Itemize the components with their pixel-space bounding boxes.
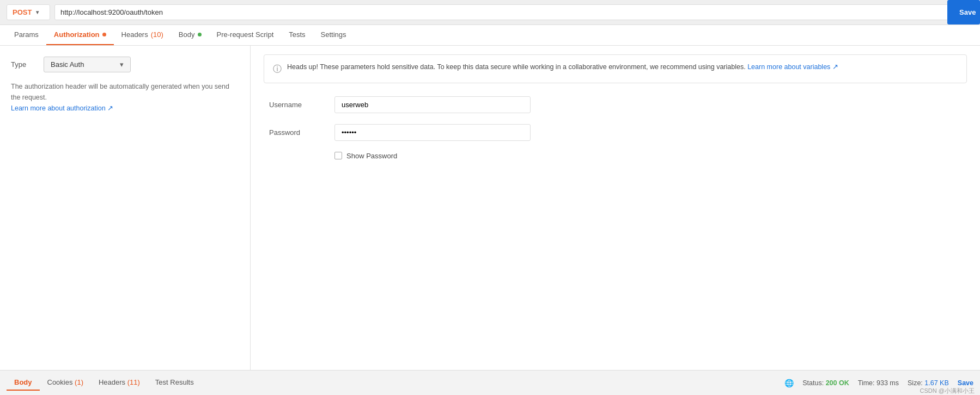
tab-settings[interactable]: Settings: [313, 25, 354, 45]
method-label: POST: [13, 8, 32, 16]
right-panel: ⓘ Heads up! These parameters hold sensit…: [251, 46, 980, 370]
info-banner-text: Heads up! These parameters hold sensitiv…: [287, 61, 838, 72]
password-label: Password: [269, 128, 324, 137]
send-button[interactable]: Save: [947, 0, 980, 24]
tab-tests[interactable]: Tests: [281, 25, 313, 45]
top-bar: POST ▾ Save: [0, 0, 980, 25]
info-banner: ⓘ Heads up! These parameters hold sensit…: [264, 54, 967, 83]
url-input[interactable]: [54, 4, 973, 20]
tab-params[interactable]: Params: [7, 25, 46, 45]
show-password-row: Show Password: [269, 152, 967, 160]
password-row: Password: [269, 124, 967, 141]
type-select-dropdown[interactable]: Basic Auth ▾: [44, 57, 131, 72]
tab-authorization[interactable]: Authorization: [46, 25, 114, 45]
authorization-dot: [102, 33, 106, 36]
type-label: Type: [11, 60, 33, 69]
tab-pre-request-script[interactable]: Pre-request Script: [209, 25, 282, 45]
learn-more-link[interactable]: Learn more about authorization ↗: [11, 104, 113, 112]
body-dot: [198, 33, 202, 36]
info-icon: ⓘ: [273, 62, 282, 76]
type-chevron-icon: ▾: [120, 60, 124, 69]
username-label: Username: [269, 101, 324, 109]
tab-headers[interactable]: Headers (10): [114, 25, 171, 45]
username-input[interactable]: [334, 96, 531, 113]
learn-more-variables-link[interactable]: Learn more about variables ↗: [747, 63, 838, 71]
show-password-label[interactable]: Show Password: [346, 152, 397, 160]
tab-body[interactable]: Body: [171, 25, 209, 45]
main-content: Type Basic Auth ▾ The authorization head…: [0, 46, 980, 370]
request-tabs: Params Authorization Headers (10) Body P…: [0, 25, 980, 46]
username-row: Username: [269, 96, 967, 113]
password-input[interactable]: [334, 124, 531, 141]
type-row: Type Basic Auth ▾: [11, 57, 239, 72]
description-text: The authorization header will be automat…: [11, 81, 239, 114]
method-select[interactable]: POST ▾: [7, 4, 50, 20]
type-value: Basic Auth: [51, 60, 84, 69]
show-password-checkbox[interactable]: [334, 152, 342, 159]
chevron-down-icon: ▾: [36, 9, 39, 15]
auth-form: Username Password Show Password: [264, 96, 967, 160]
left-panel: Type Basic Auth ▾ The authorization head…: [0, 46, 251, 370]
